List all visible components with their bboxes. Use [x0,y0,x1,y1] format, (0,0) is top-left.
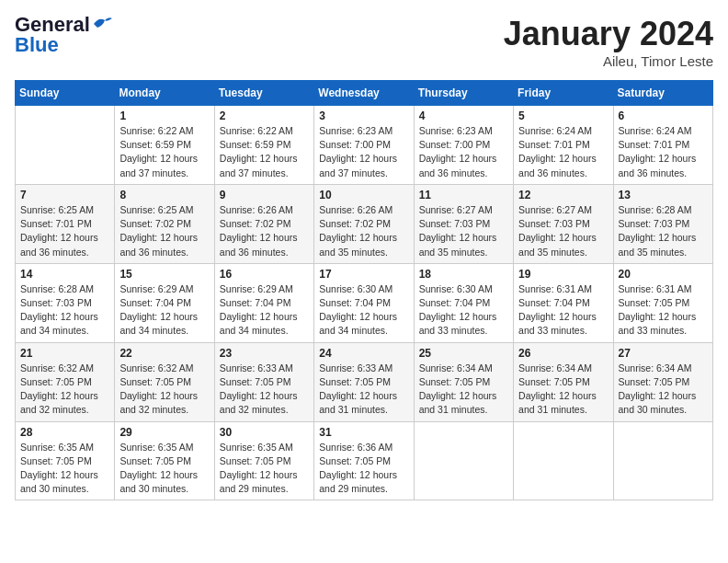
table-row: 21Sunrise: 6:32 AM Sunset: 7:05 PM Dayli… [16,342,115,421]
day-number: 10 [319,189,408,201]
day-info: Sunrise: 6:35 AM Sunset: 7:05 PM Dayligh… [220,441,309,497]
table-row: 17Sunrise: 6:30 AM Sunset: 7:04 PM Dayli… [314,263,414,342]
day-number: 23 [220,347,309,360]
table-row: 3Sunrise: 6:23 AM Sunset: 7:00 PM Daylig… [314,106,414,185]
day-info: Sunrise: 6:28 AM Sunset: 7:03 PM Dayligh… [619,203,708,259]
table-row: 7Sunrise: 6:25 AM Sunset: 7:01 PM Daylig… [16,184,115,263]
day-info: Sunrise: 6:34 AM Sunset: 7:05 PM Dayligh… [518,362,608,418]
day-number: 13 [619,189,708,201]
day-info: Sunrise: 6:24 AM Sunset: 7:01 PM Dayligh… [619,124,708,180]
col-thursday: Thursday [414,81,513,106]
day-number: 2 [220,109,309,122]
table-row: 28Sunrise: 6:35 AM Sunset: 7:05 PM Dayli… [16,421,115,500]
day-number: 30 [220,426,309,439]
day-number: 16 [220,268,309,281]
table-row: 26Sunrise: 6:34 AM Sunset: 7:05 PM Dayli… [514,342,613,421]
day-info: Sunrise: 6:23 AM Sunset: 7:00 PM Dayligh… [319,124,408,180]
day-number: 20 [619,268,708,281]
day-number: 4 [419,109,508,122]
day-info: Sunrise: 6:34 AM Sunset: 7:05 PM Dayligh… [619,362,708,418]
table-row [16,106,115,185]
day-number: 17 [319,268,408,281]
table-row: 27Sunrise: 6:34 AM Sunset: 7:05 PM Dayli… [613,342,712,421]
day-number: 31 [319,426,408,439]
day-number: 22 [119,347,209,360]
table-row: 22Sunrise: 6:32 AM Sunset: 7:05 PM Dayli… [115,342,214,421]
day-info: Sunrise: 6:35 AM Sunset: 7:05 PM Dayligh… [20,441,109,497]
calendar-week-row: 21Sunrise: 6:32 AM Sunset: 7:05 PM Dayli… [16,342,713,421]
table-row: 19Sunrise: 6:31 AM Sunset: 7:04 PM Dayli… [514,263,613,342]
table-row: 2Sunrise: 6:22 AM Sunset: 6:59 PM Daylig… [214,106,313,185]
table-row: 15Sunrise: 6:29 AM Sunset: 7:04 PM Dayli… [115,263,214,342]
day-number: 5 [518,109,608,122]
table-row: 25Sunrise: 6:34 AM Sunset: 7:05 PM Dayli… [414,342,513,421]
table-row: 20Sunrise: 6:31 AM Sunset: 7:05 PM Dayli… [613,263,712,342]
day-number: 1 [119,109,209,122]
day-info: Sunrise: 6:22 AM Sunset: 6:59 PM Dayligh… [119,124,209,180]
logo-text: General [15,15,90,35]
day-info: Sunrise: 6:27 AM Sunset: 7:03 PM Dayligh… [518,203,608,259]
table-row: 14Sunrise: 6:28 AM Sunset: 7:03 PM Dayli… [16,263,115,342]
day-number: 8 [119,189,209,201]
table-row: 30Sunrise: 6:35 AM Sunset: 7:05 PM Dayli… [214,421,313,500]
day-number: 21 [20,347,109,360]
table-row [613,421,712,500]
day-number: 19 [518,268,608,281]
day-info: Sunrise: 6:34 AM Sunset: 7:05 PM Dayligh… [419,362,508,418]
col-sunday: Sunday [16,81,115,106]
table-row: 16Sunrise: 6:29 AM Sunset: 7:04 PM Dayli… [214,263,313,342]
table-row: 31Sunrise: 6:36 AM Sunset: 7:05 PM Dayli… [314,421,414,500]
month-title: January 2024 [504,15,713,53]
table-row: 10Sunrise: 6:26 AM Sunset: 7:02 PM Dayli… [314,184,414,263]
logo-blue-text: Blue [15,35,59,55]
day-info: Sunrise: 6:22 AM Sunset: 6:59 PM Dayligh… [220,124,309,180]
location: Aileu, Timor Leste [504,53,713,69]
day-info: Sunrise: 6:29 AM Sunset: 7:04 PM Dayligh… [220,282,309,339]
day-number: 28 [20,426,109,439]
table-row: 5Sunrise: 6:24 AM Sunset: 7:01 PM Daylig… [514,106,613,185]
table-row: 12Sunrise: 6:27 AM Sunset: 7:03 PM Dayli… [514,184,613,263]
table-row: 8Sunrise: 6:25 AM Sunset: 7:02 PM Daylig… [115,184,214,263]
day-info: Sunrise: 6:32 AM Sunset: 7:05 PM Dayligh… [20,362,109,418]
day-info: Sunrise: 6:24 AM Sunset: 7:01 PM Dayligh… [518,124,608,180]
day-info: Sunrise: 6:31 AM Sunset: 7:04 PM Dayligh… [518,282,608,339]
day-info: Sunrise: 6:35 AM Sunset: 7:05 PM Dayligh… [119,441,209,497]
calendar-week-row: 1Sunrise: 6:22 AM Sunset: 6:59 PM Daylig… [16,106,713,185]
table-row: 1Sunrise: 6:22 AM Sunset: 6:59 PM Daylig… [115,106,214,185]
day-info: Sunrise: 6:30 AM Sunset: 7:04 PM Dayligh… [319,282,408,339]
day-info: Sunrise: 6:26 AM Sunset: 7:02 PM Dayligh… [220,203,309,259]
calendar-header-row: Sunday Monday Tuesday Wednesday Thursday… [16,81,713,106]
calendar-week-row: 14Sunrise: 6:28 AM Sunset: 7:03 PM Dayli… [16,263,713,342]
col-friday: Friday [514,81,613,106]
table-row: 18Sunrise: 6:30 AM Sunset: 7:04 PM Dayli… [414,263,513,342]
day-info: Sunrise: 6:31 AM Sunset: 7:05 PM Dayligh… [619,282,708,339]
calendar-table: Sunday Monday Tuesday Wednesday Thursday… [15,80,713,500]
day-number: 9 [220,189,309,201]
day-number: 3 [319,109,408,122]
table-row [514,421,613,500]
day-info: Sunrise: 6:25 AM Sunset: 7:01 PM Dayligh… [20,203,109,259]
day-info: Sunrise: 6:29 AM Sunset: 7:04 PM Dayligh… [119,282,209,339]
day-info: Sunrise: 6:36 AM Sunset: 7:05 PM Dayligh… [319,441,408,497]
day-info: Sunrise: 6:27 AM Sunset: 7:03 PM Dayligh… [419,203,508,259]
day-info: Sunrise: 6:23 AM Sunset: 7:00 PM Dayligh… [419,124,508,180]
col-saturday: Saturday [613,81,712,106]
col-monday: Monday [115,81,214,106]
day-info: Sunrise: 6:28 AM Sunset: 7:03 PM Dayligh… [20,282,109,339]
calendar-week-row: 7Sunrise: 6:25 AM Sunset: 7:01 PM Daylig… [16,184,713,263]
day-number: 11 [419,189,508,201]
day-info: Sunrise: 6:33 AM Sunset: 7:05 PM Dayligh… [319,362,408,418]
table-row: 13Sunrise: 6:28 AM Sunset: 7:03 PM Dayli… [613,184,712,263]
logo: General Blue [15,15,112,55]
day-info: Sunrise: 6:26 AM Sunset: 7:02 PM Dayligh… [319,203,408,259]
day-info: Sunrise: 6:30 AM Sunset: 7:04 PM Dayligh… [419,282,508,339]
table-row: 9Sunrise: 6:26 AM Sunset: 7:02 PM Daylig… [214,184,313,263]
table-row: 4Sunrise: 6:23 AM Sunset: 7:00 PM Daylig… [414,106,513,185]
day-info: Sunrise: 6:33 AM Sunset: 7:05 PM Dayligh… [220,362,309,418]
calendar-week-row: 28Sunrise: 6:35 AM Sunset: 7:05 PM Dayli… [16,421,713,500]
day-number: 27 [619,347,708,360]
day-number: 14 [20,268,109,281]
day-number: 26 [518,347,608,360]
day-number: 7 [20,189,109,201]
day-number: 18 [419,268,508,281]
